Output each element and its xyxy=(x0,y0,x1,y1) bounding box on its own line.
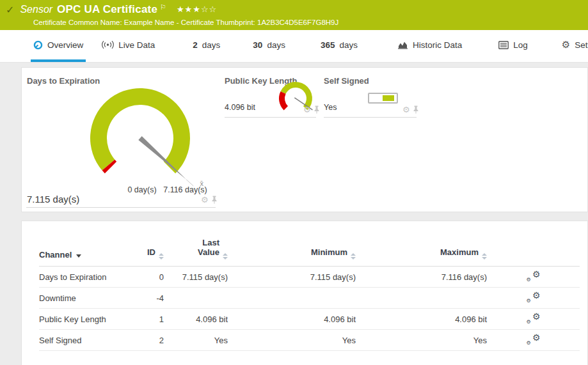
gauge-settings-gear-icon[interactable]: ⚙ xyxy=(402,106,410,114)
historic-data-icon xyxy=(397,40,408,49)
pin-icon[interactable] xyxy=(211,196,218,204)
sensor-header: ✓ Sensor OPC UA Certificate ⚐ ★★★☆☆ Cert… xyxy=(0,0,588,30)
tab-number: 2 xyxy=(193,40,198,50)
tab-label: Live Data xyxy=(118,40,155,50)
tab-365-days[interactable]: 365 days xyxy=(318,30,360,62)
tab-label: Overview xyxy=(47,40,83,50)
public-key-length-gauge[interactable] xyxy=(267,72,328,123)
gauges-panel: Days to Expiration x̄ 0 day(s) 7.116 day… xyxy=(21,67,588,212)
tab-2-days[interactable]: 2 days xyxy=(190,30,223,62)
gauge-value-public-key-length: 4.096 bit xyxy=(225,103,255,112)
table-row: Public Key Length 1 4.096 bit 4.096 bit … xyxy=(39,309,580,330)
stars-filled[interactable]: ★★★ xyxy=(177,4,201,14)
gear-icon: ⚙ xyxy=(562,39,570,50)
channels-panel: Channel ID Last Value Minimum Maximum Da… xyxy=(21,221,588,365)
column-header-id[interactable]: ID xyxy=(129,238,164,267)
tab-30-days[interactable]: 30 days xyxy=(250,30,288,62)
gauge-title-self-signed: Self Signed xyxy=(324,76,369,86)
channels-table: Channel ID Last Value Minimum Maximum Da… xyxy=(39,238,580,351)
gauge-tools-days-to-expiration: ⚙ xyxy=(201,196,218,204)
table-row: Self Signed 2 Yes Yes Yes ⚙⚙ xyxy=(39,330,580,351)
self-signed-indicator-on xyxy=(383,95,394,101)
section-divider xyxy=(26,207,216,208)
self-signed-indicator[interactable] xyxy=(368,93,398,104)
pin-icon[interactable] xyxy=(413,105,419,114)
gauge-settings-gear-icon[interactable]: ⚙ xyxy=(303,106,311,114)
tab-live-data[interactable]: Live Data xyxy=(99,30,157,62)
channel-id: 1 xyxy=(129,309,164,330)
channel-id: 2 xyxy=(129,330,164,351)
days-to-expiration-gauge[interactable]: x̄ xyxy=(67,68,220,196)
tab-label: days xyxy=(339,40,358,50)
object-kind-label: Sensor xyxy=(20,4,52,15)
tab-label: days xyxy=(267,40,285,50)
table-header-row: Channel ID Last Value Minimum Maximum xyxy=(39,238,580,267)
channel-minimum: 7.115 day(s) xyxy=(228,267,356,288)
column-header-channel[interactable]: Channel xyxy=(39,238,129,267)
channel-maximum xyxy=(356,288,487,309)
sort-toggle-icon xyxy=(351,253,356,260)
channel-name[interactable]: Self Signed xyxy=(39,330,129,351)
channel-settings-icon[interactable]: ⚙⚙ xyxy=(527,291,541,303)
status-ok-icon: ✓ xyxy=(6,4,14,16)
channel-name[interactable]: Public Key Length xyxy=(39,309,129,330)
channel-minimum: Yes xyxy=(228,330,356,351)
column-header-last-value[interactable]: Last Value xyxy=(164,238,228,267)
channel-minimum xyxy=(228,288,356,309)
section-divider xyxy=(324,117,417,118)
channel-name[interactable]: Days to Expiration xyxy=(39,267,129,288)
pin-icon[interactable] xyxy=(314,105,320,114)
gauge-tools-public-key-length: ⚙ xyxy=(303,105,320,114)
channel-settings-icon[interactable]: ⚙⚙ xyxy=(527,313,541,324)
sensor-subtitle: Certificate Common Name: Example Name - … xyxy=(0,16,588,26)
channel-last-value: 7.115 day(s) xyxy=(164,267,228,288)
tab-label: Log xyxy=(513,40,528,50)
tab-number: 365 xyxy=(321,40,335,50)
flag-icon[interactable]: ⚐ xyxy=(160,3,166,12)
table-row: Days to Expiration 0 7.115 day(s) 7.115 … xyxy=(39,267,580,288)
channel-last-value: Yes xyxy=(164,330,228,351)
gauge-settings-gear-icon[interactable]: ⚙ xyxy=(201,196,209,204)
channel-last-value xyxy=(164,288,228,309)
gauge-icon xyxy=(33,40,43,50)
sort-toggle-icon xyxy=(159,253,164,260)
tab-overview[interactable]: Overview xyxy=(31,30,86,62)
page-title: OPC UA Certificate xyxy=(57,3,157,16)
column-header-minimum[interactable]: Minimum xyxy=(228,238,356,267)
channel-name[interactable]: Downtime xyxy=(39,288,129,309)
tab-label: Historic Data xyxy=(413,40,462,50)
sort-toggle-icon xyxy=(223,253,228,260)
tab-bar: Overview Live Data 2 days 30 days 365 da… xyxy=(0,30,588,63)
channel-maximum: 7.116 day(s) xyxy=(356,267,487,288)
stars-empty[interactable]: ☆☆ xyxy=(201,4,217,14)
channel-id: -4 xyxy=(129,288,164,309)
column-header-maximum[interactable]: Maximum xyxy=(356,238,487,267)
sort-toggle-icon xyxy=(482,253,487,260)
tab-historic-data[interactable]: Historic Data xyxy=(395,30,465,62)
table-row: Downtime -4 ⚙⚙ xyxy=(39,288,580,309)
sort-desc-icon xyxy=(76,254,81,258)
channel-last-value: 4.096 bit xyxy=(164,309,228,330)
gauge-value-days-to-expiration: 7.115 day(s) xyxy=(27,194,79,205)
channel-maximum: Yes xyxy=(356,330,487,351)
tab-label: Settings xyxy=(575,40,588,50)
gauge-max-label: 7.116 day(s) xyxy=(158,185,212,194)
channel-settings-icon[interactable]: ⚙⚙ xyxy=(527,334,541,345)
tab-number: 30 xyxy=(253,40,262,50)
gauge-tools-self-signed: ⚙ xyxy=(402,105,419,114)
tab-label: days xyxy=(202,40,221,50)
live-data-icon xyxy=(102,40,114,49)
section-divider xyxy=(225,117,316,118)
channel-settings-icon[interactable]: ⚙⚙ xyxy=(527,270,541,282)
channel-minimum: 4.096 bit xyxy=(228,309,356,330)
tab-log[interactable]: Log xyxy=(496,30,530,62)
gauge-value-self-signed: Yes xyxy=(324,103,337,112)
tab-settings[interactable]: ⚙ Settings xyxy=(559,30,588,62)
log-icon xyxy=(498,41,509,49)
channel-id: 0 xyxy=(129,267,164,288)
priority-stars[interactable]: ★★★☆☆ xyxy=(177,4,217,14)
channel-maximum: 4.096 bit xyxy=(356,309,487,330)
